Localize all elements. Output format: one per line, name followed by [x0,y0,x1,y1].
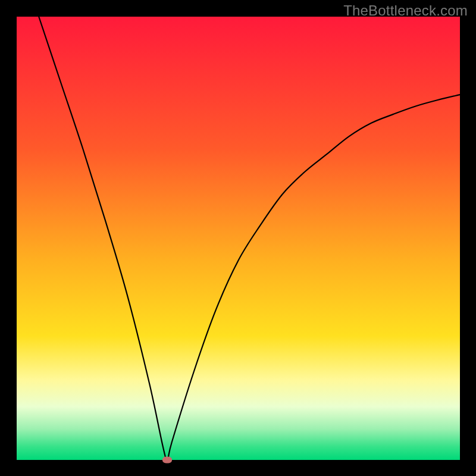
plot-background [17,17,460,460]
watermark-label: TheBottleneck.com [343,2,468,19]
chart-frame: TheBottleneck.com [0,0,476,476]
curve-min-marker [162,457,172,464]
chart-svg [0,0,476,476]
